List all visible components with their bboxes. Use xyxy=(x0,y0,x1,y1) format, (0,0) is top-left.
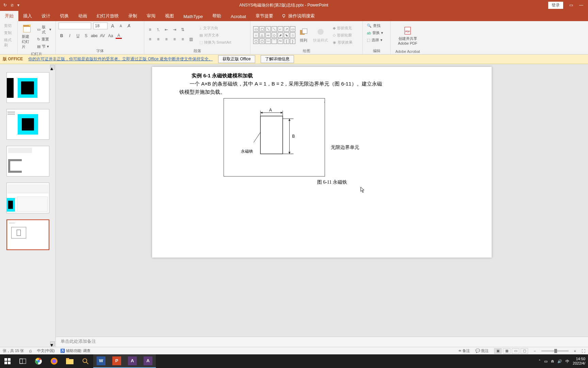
thumb-slide[interactable] xyxy=(6,146,49,177)
tab-design[interactable]: 设计 xyxy=(37,11,55,21)
fit-window-icon[interactable]: ⛶ xyxy=(582,349,585,353)
minimize-icon[interactable]: — xyxy=(579,3,583,7)
font-color-button[interactable]: A xyxy=(116,33,122,39)
shape-wave-icon[interactable]: 〜 xyxy=(278,39,283,44)
warn-text[interactable]: 你的许可证并非正版，你可能是盗版软件的受害者。立即通过正版 Office 避免中… xyxy=(28,56,213,62)
tab-help[interactable]: 帮助 xyxy=(208,11,226,21)
shape-connector-icon[interactable]: ⌐ xyxy=(278,26,283,32)
bold-button[interactable]: B xyxy=(59,33,65,39)
align-right-button[interactable]: ≡ xyxy=(163,36,169,42)
italic-button[interactable]: I xyxy=(67,33,73,39)
line-spacing-button[interactable]: ⇅ xyxy=(180,27,186,33)
tray-chevron-icon[interactable]: ˄ xyxy=(539,359,541,364)
create-pdf-button[interactable]: PDF 创建并共享 Adobe PDF xyxy=(397,25,419,47)
quickstyle-button[interactable]: 快速样式 xyxy=(312,26,329,44)
tab-acrobat[interactable]: Acrobat xyxy=(226,12,251,21)
indent-inc-button[interactable]: ⇥ xyxy=(172,27,178,33)
get-genuine-button[interactable]: 获取正版 Office xyxy=(218,55,255,63)
language[interactable]: 中文(中国) xyxy=(37,348,54,353)
layout-button[interactable]: ▭版式▾ xyxy=(36,24,53,35)
new-slide-button[interactable]: 新建 幻灯片 xyxy=(20,22,34,51)
tab-insert[interactable]: 插入 xyxy=(18,11,37,21)
slide-canvas[interactable]: 实例 6-1 永磁铁建模和加载 一个 A×B 的条形磁铁，其中 A = 1，B … xyxy=(152,67,492,258)
font-family-input[interactable] xyxy=(59,22,91,29)
bullets-button[interactable]: ≡ xyxy=(147,27,153,33)
distribute-button[interactable]: ≡ xyxy=(180,36,186,42)
thumb-slide[interactable] xyxy=(6,72,49,103)
reset-button[interactable]: ↻重置 xyxy=(36,36,53,43)
font-size-input[interactable] xyxy=(93,22,108,29)
tab-mathtype[interactable]: MathType xyxy=(179,12,208,21)
taskbar-firefox[interactable] xyxy=(46,354,62,368)
shape-textbox-icon[interactable]: ▢ xyxy=(259,26,265,32)
select-button[interactable]: ⬚选择▾ xyxy=(365,37,384,43)
text-direction-button[interactable]: ⟂文字方向 xyxy=(198,25,232,31)
tab-slideshow[interactable]: 幻灯片放映 xyxy=(92,11,124,21)
tray-volume-icon[interactable]: 🔊 xyxy=(557,359,562,364)
shape-arrow3-icon[interactable]: ⬈ xyxy=(278,32,283,38)
shape-effects-button[interactable]: ◉形状效果 xyxy=(331,39,354,46)
touch-mode-icon[interactable]: ⎚ xyxy=(11,3,13,7)
shape-star-icon[interactable]: ☆ xyxy=(290,32,295,38)
tell-me-search[interactable]: 操作说明搜索 xyxy=(278,11,318,21)
shape-triangle-icon[interactable]: △ xyxy=(259,32,265,38)
shape-gallery[interactable]: ▭▢＼＼⌐↗▭ ○△⇨◇⬈⬊☆ ⬡⬠〰⌒〜{} xyxy=(253,26,295,44)
shape-fill-button[interactable]: ◆形状填充 xyxy=(331,25,354,31)
shape-arc-icon[interactable]: ⌒ xyxy=(272,39,277,44)
scroll-down-icon[interactable]: ▾ xyxy=(50,341,55,346)
notes-pane[interactable]: 单击此处添加备注 xyxy=(56,337,588,347)
shape-curve-icon[interactable]: 〰 xyxy=(265,39,271,44)
normal-view-icon[interactable]: ▣ xyxy=(494,348,502,354)
shape-outline-button[interactable]: ◇形状轮廓 xyxy=(331,32,354,39)
tab-transitions[interactable]: 切换 xyxy=(55,11,74,21)
columns-button[interactable]: ▥ xyxy=(188,36,194,42)
replace-button[interactable]: ab替换▾ xyxy=(365,30,385,36)
tray-wifi-icon[interactable]: ⋒ xyxy=(551,359,554,364)
ribbon-display-icon[interactable]: ▭ xyxy=(569,3,573,7)
comments-toggle[interactable]: 💬 批注 xyxy=(475,348,489,353)
shape-penta-icon[interactable]: ⬠ xyxy=(259,39,265,44)
justify-button[interactable]: ≡ xyxy=(172,36,178,42)
task-view-icon[interactable] xyxy=(15,354,31,368)
shape-arrow4-icon[interactable]: ⬊ xyxy=(284,32,289,38)
learn-more-button[interactable]: 了解详细信息 xyxy=(261,55,294,63)
shape-brace-l-icon[interactable]: { xyxy=(284,39,289,44)
grow-font-icon[interactable]: A xyxy=(110,23,116,29)
notes-toggle[interactable]: ≐ 备注 xyxy=(458,348,470,353)
slideshow-view-icon[interactable]: ▢ xyxy=(521,348,528,354)
taskbar-word[interactable]: W xyxy=(93,354,109,368)
spacing-button[interactable]: AV xyxy=(99,33,105,39)
thumb-slide[interactable] xyxy=(6,183,49,213)
thumb-slide[interactable] xyxy=(6,109,49,140)
accessibility[interactable]: ♿ 辅助功能: 调查 xyxy=(60,348,91,353)
tab-review[interactable]: 审阅 xyxy=(142,11,160,21)
zoom-in-icon[interactable]: + xyxy=(574,349,576,353)
sorter-view-icon[interactable]: ▦ xyxy=(503,348,510,354)
align-center-button[interactable]: ≡ xyxy=(155,36,161,42)
smartart-button[interactable]: ⬚转换为 SmartArt xyxy=(198,39,232,46)
autosave-icon[interactable]: ↻ xyxy=(3,3,7,7)
shape-diamond-icon[interactable]: ◇ xyxy=(272,32,277,38)
zoom-slider[interactable] xyxy=(541,350,569,352)
painter-button[interactable]: 格式刷 xyxy=(3,37,15,48)
case-button[interactable]: Aa xyxy=(108,33,114,39)
copy-button[interactable]: 复制 xyxy=(3,30,13,36)
taskbar-ansys1[interactable]: A xyxy=(125,354,140,368)
taskbar-search[interactable] xyxy=(78,354,93,368)
tab-home[interactable]: 开始 xyxy=(0,11,18,21)
shape-arrow2-icon[interactable]: ⇨ xyxy=(265,32,271,38)
section-button[interactable]: ▤节▾ xyxy=(36,43,53,50)
tab-record[interactable]: 录制 xyxy=(124,11,142,21)
taskbar-ansys2[interactable]: A xyxy=(140,354,156,368)
start-button[interactable] xyxy=(0,354,15,368)
shadow-button[interactable]: S xyxy=(83,33,89,39)
underline-button[interactable]: U xyxy=(75,33,81,39)
arrange-button[interactable]: 排列 xyxy=(297,26,310,44)
taskbar-chrome[interactable] xyxy=(31,354,46,368)
slide-thumbnails[interactable]: ▴ ━━━━━━━━ ▾ xyxy=(0,64,56,347)
align-left-button[interactable]: ≡ xyxy=(147,36,153,42)
clear-format-icon[interactable]: A̸ xyxy=(126,23,132,29)
tab-animations[interactable]: 动画 xyxy=(74,11,92,21)
shape-oval-icon[interactable]: ○ xyxy=(253,32,259,38)
shrink-font-icon[interactable]: A xyxy=(118,23,124,29)
